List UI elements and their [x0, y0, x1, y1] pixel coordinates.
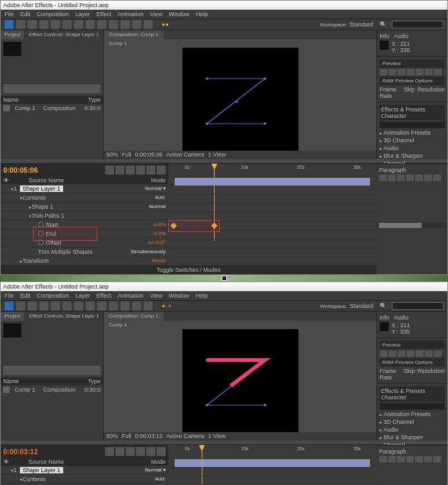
camera-tool-icon[interactable]	[51, 301, 60, 310]
mute-icon[interactable]	[434, 69, 442, 75]
prev-frame-icon[interactable]	[389, 350, 396, 357]
cat-3d-channel[interactable]: 3D Channel	[380, 137, 445, 144]
tl-btn-6[interactable]	[157, 447, 166, 456]
preview-tab[interactable]: Preview	[380, 341, 445, 349]
project-item-comp1[interactable]: Comp 1 Composition 0:30:0	[1, 385, 103, 394]
view-value[interactable]: 1 View	[208, 151, 226, 158]
cat-animation-presets[interactable]: Animation Presets	[380, 411, 445, 417]
rect-tool-icon[interactable]	[74, 301, 83, 310]
tl-btn-3[interactable]	[126, 166, 135, 175]
pan-behind-tool-icon[interactable]	[63, 20, 72, 29]
comp-viewer[interactable]	[104, 329, 376, 432]
audio-tab[interactable]: Audio	[394, 314, 409, 321]
menu-composition[interactable]: Composition	[37, 11, 69, 17]
prop-contents[interactable]: ContentsAdd:	[1, 193, 168, 202]
tl-btn-2[interactable]	[115, 166, 124, 175]
last-frame-icon[interactable]	[416, 69, 424, 75]
info-tab[interactable]: Info	[380, 33, 389, 39]
puppet-tool-icon[interactable]	[144, 301, 153, 310]
zoom-tool-icon[interactable]	[28, 20, 37, 29]
justify-last-right-icon[interactable]	[424, 456, 432, 462]
col-name[interactable]: Name	[3, 378, 19, 385]
camera-value[interactable]: Active Camera	[166, 433, 204, 439]
tl-btn-5[interactable]	[146, 447, 155, 456]
mute-icon[interactable]	[434, 350, 442, 357]
info-tab[interactable]: Info	[380, 314, 389, 321]
comp-viewer[interactable]	[104, 48, 376, 151]
brush-tool-icon[interactable]	[109, 20, 118, 29]
cat-3d-channel[interactable]: 3D Channel	[380, 419, 445, 425]
tl-btn-6[interactable]	[157, 166, 166, 175]
prop-contents[interactable]: ContentsAdd:	[1, 475, 168, 484]
layer-shape1[interactable]: 1 Shape Layer 1 Normal ▾	[1, 184, 168, 193]
rect-tool-icon[interactable]	[74, 20, 83, 29]
camera-value[interactable]: Active Camera	[166, 151, 204, 158]
selection-tool-icon[interactable]	[5, 20, 14, 29]
next-frame-icon[interactable]	[407, 69, 414, 75]
justify-icon[interactable]	[406, 456, 414, 462]
cat-audio[interactable]: Audio	[380, 145, 445, 151]
tl-btn-1[interactable]	[105, 447, 114, 456]
prop-trim-multiple[interactable]: Trim Multiple ShapesSimultaneously	[1, 247, 168, 256]
zoom-value[interactable]: 50%	[106, 151, 118, 158]
effects-tab[interactable]: Effects & Presets	[381, 106, 425, 113]
col-name[interactable]: Name	[3, 97, 19, 103]
prop-transform[interactable]: TransformReset	[1, 256, 168, 265]
text-tool-icon[interactable]	[97, 301, 106, 310]
hand-tool-icon[interactable]	[16, 301, 25, 310]
menu-effect[interactable]: Effect	[97, 11, 112, 17]
last-frame-icon[interactable]	[416, 350, 424, 357]
preview-tab[interactable]: Preview	[380, 59, 445, 68]
audio-tab[interactable]: Audio	[394, 33, 409, 39]
menu-file[interactable]: File	[5, 11, 14, 17]
first-frame-icon[interactable]	[380, 69, 387, 75]
play-icon[interactable]	[398, 69, 405, 75]
menu-window[interactable]: Window	[169, 11, 190, 17]
pen-tool-icon[interactable]	[86, 301, 95, 310]
workspace-value[interactable]: Standard	[349, 303, 373, 309]
search-help-input[interactable]	[392, 21, 443, 28]
rotate-tool-icon[interactable]	[39, 20, 48, 29]
project-item-comp1[interactable]: Comp 1 Composition 0:30:0	[1, 104, 103, 113]
toggle-switches-button[interactable]: Toggle Switches / Modes	[157, 267, 221, 273]
timecode[interactable]: 0:00:05:06	[3, 166, 38, 174]
menu-file[interactable]: File	[5, 292, 14, 299]
col-type[interactable]: Type	[88, 97, 101, 103]
character-tab[interactable]: Character	[381, 113, 407, 119]
tab-effect-controls[interactable]: Effect Controls: Shape Layer 1	[25, 30, 103, 39]
cat-blur[interactable]: Blur & Sharpen	[380, 434, 445, 441]
timeline-ruler[interactable]: 0s 10s 20s 30s	[168, 445, 376, 458]
tl-btn-5[interactable]	[146, 166, 155, 175]
justify-last-left-icon[interactable]	[415, 175, 423, 181]
track-area[interactable]	[168, 458, 376, 485]
justify-last-left-icon[interactable]	[415, 456, 423, 462]
menu-view[interactable]: View	[150, 11, 162, 17]
pen-tool-icon[interactable]	[86, 20, 95, 29]
view-value[interactable]: 1 View	[208, 433, 226, 439]
menu-edit[interactable]: Edit	[21, 292, 31, 299]
loop-icon[interactable]	[425, 350, 433, 357]
res-value[interactable]: Full	[122, 433, 131, 439]
menu-animation[interactable]: Animation	[117, 11, 143, 17]
menu-view[interactable]: View	[150, 292, 162, 299]
prop-end[interactable]: End0.0%	[1, 229, 168, 238]
menu-edit[interactable]: Edit	[21, 11, 31, 17]
tl-btn-3[interactable]	[126, 447, 135, 456]
scrollbar[interactable]	[376, 222, 447, 229]
cat-blur[interactable]: Blur & Sharpen	[380, 153, 445, 159]
paragraph-tab[interactable]: Paragraph	[379, 448, 445, 455]
layer-bar[interactable]	[175, 459, 370, 467]
paragraph-tab[interactable]: Paragraph	[379, 167, 445, 173]
tl-btn-4[interactable]	[136, 166, 145, 175]
tl-btn-2[interactable]	[115, 447, 124, 456]
tl-btn-4[interactable]	[136, 447, 145, 456]
play-icon[interactable]	[398, 350, 405, 357]
justify-icon[interactable]	[406, 175, 414, 181]
first-frame-icon[interactable]	[380, 350, 387, 357]
layer-shape1[interactable]: 1 Shape Layer 1 Normal ▾	[1, 466, 168, 475]
ram-preview-options[interactable]: RAM Preview Options	[380, 77, 445, 85]
menu-layer[interactable]: Layer	[75, 292, 90, 299]
titlebar[interactable]: Adobe After Effects - Untitled Project.a…	[1, 1, 447, 10]
menu-layer[interactable]: Layer	[75, 11, 90, 17]
menu-help[interactable]: Help	[196, 292, 208, 299]
